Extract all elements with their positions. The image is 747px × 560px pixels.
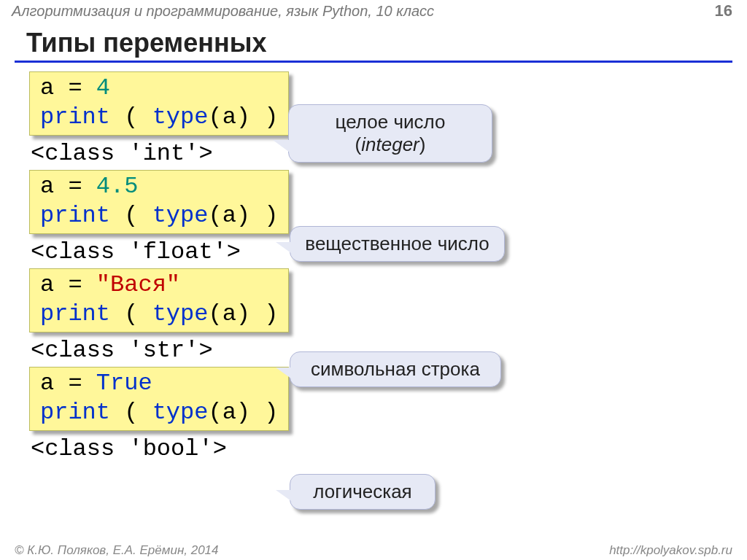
callout-bool: логическая (290, 474, 436, 510)
code-token: print (40, 202, 110, 229)
code-token: ( (110, 202, 152, 229)
code-token: type (152, 202, 209, 229)
header-title: Алгоритмизация и программирование, язык … (12, 3, 434, 20)
footer-url: http://kpolyakov.spb.ru (609, 543, 732, 558)
callout-text: логическая (313, 481, 411, 502)
callout-tail-icon (276, 368, 296, 382)
code-token: print (40, 300, 110, 327)
code-box-float: a = 4.5 print ( type(a) ) (29, 170, 289, 234)
code-token: (a) (208, 104, 250, 131)
code-token: print (40, 104, 110, 131)
callout-text: integer (361, 133, 419, 155)
code-token: ) (250, 300, 278, 327)
code-token: ( (110, 399, 152, 426)
callout-str: символьная строка (290, 351, 501, 387)
code-box-bool: a = True print ( type(a) ) (29, 367, 289, 431)
code-token: 4.5 (96, 173, 139, 200)
callout-float: вещественное число (290, 226, 505, 262)
callout-tail-icon (276, 242, 296, 257)
code-token: type (152, 104, 209, 131)
footer-copyright: © К.Ю. Поляков, Е.А. Ерёмин, 2014 (15, 543, 219, 558)
code-token: ( (110, 104, 152, 131)
code-token: a (40, 271, 54, 298)
code-token: a (40, 74, 54, 101)
code-token: = (54, 173, 96, 200)
code-token: ( (110, 300, 152, 327)
code-box-str: a = "Вася" print ( type(a) ) (29, 268, 289, 332)
callout-tail-icon (276, 490, 296, 505)
code-token: ) (250, 202, 278, 229)
code-token: = (54, 370, 96, 397)
code-token: a (40, 370, 54, 397)
code-token: (a) (208, 300, 250, 327)
code-token: "Вася" (96, 271, 180, 298)
code-token: type (152, 300, 209, 327)
callout-text: целое число (336, 111, 446, 133)
code-token: (a) (208, 202, 250, 229)
callout-text: вещественное число (305, 233, 489, 254)
callout-text: символьная строка (311, 358, 480, 380)
callout-int: целое число (integer) (288, 104, 492, 163)
code-box-int: a = 4 print ( type(a) ) (29, 71, 289, 136)
slide-title: Типы переменных (26, 28, 747, 58)
code-token: ) (250, 399, 278, 426)
callout-text: ) (419, 133, 426, 155)
code-token: print (40, 399, 110, 426)
output-bool: <class 'bool'> (31, 435, 747, 462)
callout-text: ( (355, 133, 362, 155)
page-number: 16 (715, 1, 732, 20)
code-token: ) (250, 104, 278, 131)
code-token: True (96, 370, 152, 397)
code-token: 4 (96, 74, 110, 101)
code-token: (a) (208, 399, 250, 426)
code-token: a (40, 173, 54, 200)
callout-tail-icon (273, 140, 295, 156)
code-token: type (152, 399, 209, 426)
code-token: = (54, 74, 96, 101)
code-token: = (54, 271, 96, 298)
